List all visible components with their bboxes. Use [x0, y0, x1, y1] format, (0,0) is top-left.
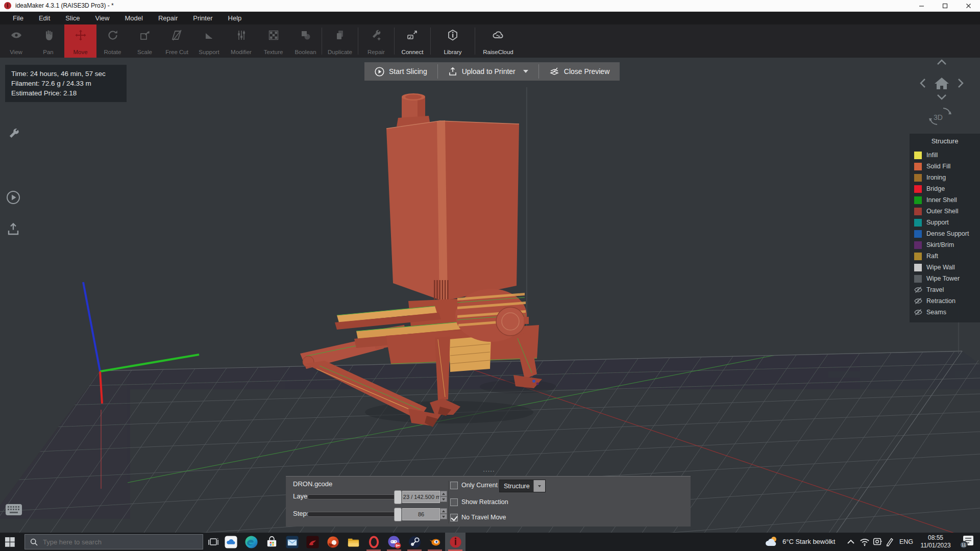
legend-row-dense-support[interactable]: Dense Support: [910, 228, 980, 239]
toolbar-item-raisecloud[interactable]: RaiseCloud: [475, 24, 521, 58]
menu-edit[interactable]: Edit: [31, 12, 58, 24]
tray-chevron-up-icon[interactable]: [846, 539, 855, 545]
legend-row-solid-fill[interactable]: Solid Fill: [910, 161, 980, 172]
taskbar-app-microsoft-store[interactable]: [261, 533, 282, 551]
toggle-row-travel[interactable]: Travel: [910, 284, 980, 295]
toolbar-item-texture[interactable]: Texture: [257, 24, 289, 58]
taskbar-app-game-dragon[interactable]: [302, 533, 323, 551]
eye-slash-icon: [914, 286, 922, 294]
toolbar-item-view[interactable]: View: [0, 24, 32, 58]
taskbar-app-steam[interactable]: [404, 533, 425, 551]
legend-row-infill[interactable]: Infill: [910, 149, 980, 161]
show-retraction-checkbox[interactable]: [450, 498, 458, 506]
layers-spinner[interactable]: [440, 491, 447, 502]
legend-row-ironing[interactable]: Ironing: [910, 172, 980, 183]
blender-icon: [428, 535, 442, 549]
toggle-row-retraction[interactable]: Retraction: [910, 295, 980, 307]
toolbar-item-pan[interactable]: Pan: [32, 24, 64, 58]
toolbar-item-move[interactable]: Move: [64, 24, 96, 58]
taskbar-app-mail[interactable]: [282, 533, 302, 551]
legend-row-support[interactable]: Support: [910, 217, 980, 228]
export-upload-button[interactable]: [6, 222, 20, 238]
minimize-button[interactable]: [910, 0, 933, 11]
layers-value-field[interactable]: 1423 / 142.500 mm: [402, 491, 440, 503]
rotate-3d-control[interactable]: 3D: [926, 105, 954, 128]
toggle-row-seams[interactable]: Seams: [910, 307, 980, 318]
close-button[interactable]: [957, 0, 980, 11]
taskbar-app-ideamaker-active[interactable]: [445, 533, 465, 551]
toolbar-item-connect[interactable]: Connect: [395, 24, 430, 58]
weather-icon[interactable]: [764, 535, 779, 549]
legend-row-skirt-brim[interactable]: Skirt/Brim: [910, 239, 980, 251]
maximize-icon: [942, 3, 948, 9]
toolbar-item-duplicate[interactable]: Duplicate: [322, 24, 358, 58]
nav-right-chevron[interactable]: [959, 79, 963, 87]
close-preview-button[interactable]: Close Preview: [539, 62, 620, 81]
home-view-icon[interactable]: [935, 78, 949, 89]
legend-row-wipe-wall[interactable]: Wipe Wall: [910, 262, 980, 273]
wifi-icon[interactable]: [859, 536, 870, 547]
taskbar-app-office[interactable]: [323, 533, 343, 551]
steps-slider-handle[interactable]: [394, 508, 402, 521]
legend-row-wipe-tower[interactable]: Wipe Tower: [910, 273, 980, 284]
legend-row-bridge[interactable]: Bridge: [910, 183, 980, 194]
tray-app-icon[interactable]: [872, 536, 883, 547]
windows-ink-pen-icon[interactable]: [884, 536, 895, 547]
taskbar-app-edge[interactable]: [241, 533, 261, 551]
nav-up-chevron[interactable]: [938, 60, 946, 64]
clock[interactable]: 08:55 11/01/2023: [916, 534, 955, 549]
legend-row-outer-shell[interactable]: Outer Shell: [910, 206, 980, 217]
layers-slider-handle[interactable]: [394, 490, 402, 504]
nav-down-chevron[interactable]: [938, 95, 946, 99]
legend-row-raft[interactable]: Raft: [910, 251, 980, 262]
start-button[interactable]: [5, 537, 15, 549]
upload-dropdown-caret[interactable]: [523, 70, 528, 73]
panel-drag-handle[interactable]: ·····: [479, 468, 499, 474]
legend-row-inner-shell[interactable]: Inner Shell: [910, 194, 980, 206]
taskbar-app-file-explorer[interactable]: [343, 533, 363, 551]
menu-help[interactable]: Help: [220, 12, 250, 24]
toolbar-item-free-cut[interactable]: Free Cut: [161, 24, 193, 58]
taskbar-app-onedrive[interactable]: [220, 533, 241, 551]
steps-value-field[interactable]: 86: [402, 508, 440, 520]
weather-text[interactable]: 6°C Stark bewölkt: [782, 533, 835, 551]
toolbar-item-library[interactable]: Library: [431, 24, 475, 58]
taskbar-app-opera[interactable]: [363, 533, 384, 551]
steps-slider[interactable]: [307, 512, 400, 517]
structure-panel-title: Structure: [910, 137, 980, 145]
notification-center-icon[interactable]: 11: [959, 535, 975, 549]
maximize-button[interactable]: [933, 0, 957, 11]
menu-repair[interactable]: Repair: [151, 12, 185, 24]
search-input[interactable]: [42, 538, 187, 546]
taskbar-app-game-hub[interactable]: 9+: [384, 533, 404, 551]
toolbar-item-rotate[interactable]: Rotate: [96, 24, 129, 58]
toolbar-item-repair[interactable]: Repair: [358, 24, 394, 58]
upload-to-printer-button[interactable]: Upload to Printer: [438, 62, 538, 81]
taskbar-app-blender[interactable]: [425, 533, 445, 551]
nav-left-chevron[interactable]: [921, 79, 925, 87]
menu-slice[interactable]: Slice: [58, 12, 87, 24]
viewport-3d-scene[interactable]: [0, 58, 980, 533]
start-render-button[interactable]: [6, 190, 20, 207]
menu-file[interactable]: File: [5, 12, 31, 24]
taskbar-search[interactable]: [24, 534, 203, 549]
virtual-keyboard-button[interactable]: [5, 503, 22, 518]
toolbar-item-modifier[interactable]: Modifier: [225, 24, 257, 58]
language-indicator[interactable]: ENG: [899, 533, 913, 551]
toolbar-item-support[interactable]: Support: [193, 24, 225, 58]
menu-printer[interactable]: Printer: [185, 12, 220, 24]
no-travel-move-checkbox[interactable]: [450, 514, 458, 521]
menu-model[interactable]: Model: [117, 12, 151, 24]
color-scheme-dropdown[interactable]: Structure: [499, 480, 546, 492]
slice-settings-button[interactable]: [7, 128, 21, 144]
toolbar-item-scale[interactable]: Scale: [129, 24, 161, 58]
start-slicing-button[interactable]: Start Slicing: [364, 62, 437, 81]
toolbar-item-boolean[interactable]: Boolean: [289, 24, 322, 58]
dropdown-arrow-button[interactable]: [533, 480, 545, 492]
play-circle-icon: [375, 67, 384, 77]
layers-slider[interactable]: [307, 494, 400, 499]
steps-spinner[interactable]: [440, 508, 447, 519]
only-current-layer-checkbox[interactable]: [450, 482, 458, 489]
menu-view[interactable]: View: [88, 12, 117, 24]
model-dron[interactable]: [300, 93, 542, 427]
